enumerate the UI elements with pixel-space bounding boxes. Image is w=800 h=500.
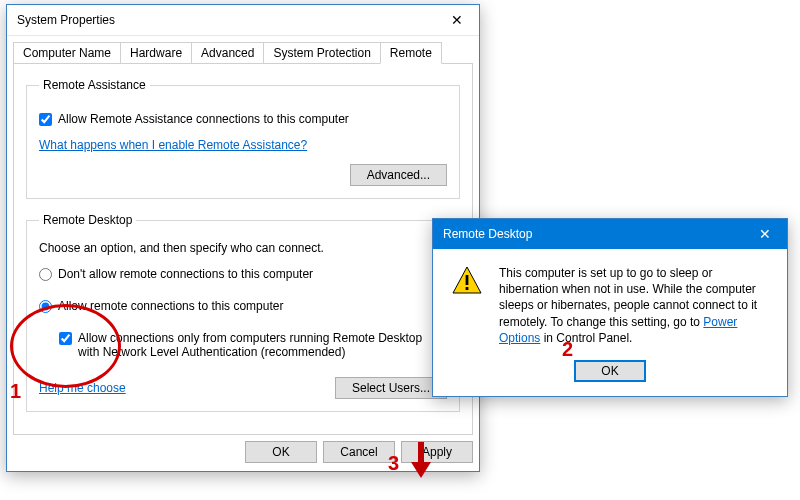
msgbox-title: Remote Desktop [433, 227, 742, 241]
tab-computer-name[interactable]: Computer Name [13, 42, 121, 63]
ra-help-link[interactable]: What happens when I enable Remote Assist… [39, 138, 307, 152]
tab-advanced[interactable]: Advanced [191, 42, 264, 63]
nla-label: Allow connections only from computers ru… [78, 331, 439, 359]
allow-remote-assistance-checkbox[interactable]: Allow Remote Assistance connections to t… [39, 112, 447, 126]
remote-desktop-msgbox: Remote Desktop ✕ This computer is set up… [432, 218, 788, 397]
msgbox-body: This computer is set up to go to sleep o… [433, 249, 787, 356]
rd-deny-input[interactable] [39, 268, 52, 281]
rd-allow-label: Allow remote connections to this compute… [58, 299, 283, 313]
ok-button[interactable]: OK [245, 441, 317, 463]
svg-rect-1 [466, 275, 469, 285]
remote-assistance-legend: Remote Assistance [39, 78, 150, 92]
cancel-button[interactable]: Cancel [323, 441, 395, 463]
allow-remote-assistance-input[interactable] [39, 113, 52, 126]
rd-deny-radio[interactable]: Don't allow remote connections to this c… [39, 267, 447, 281]
titlebar: Remote Desktop ✕ [433, 219, 787, 249]
close-icon[interactable]: ✕ [742, 219, 787, 249]
remote-desktop-group: Remote Desktop Choose an option, and the… [26, 213, 460, 412]
tab-panel-remote: Remote Assistance Allow Remote Assistanc… [13, 63, 473, 435]
system-properties-window: System Properties ✕ Computer Name Hardwa… [6, 4, 480, 472]
rd-allow-input[interactable] [39, 300, 52, 313]
dialog-button-row: OK Cancel Apply [7, 441, 479, 471]
allow-remote-assistance-label: Allow Remote Assistance connections to t… [58, 112, 349, 126]
window-title: System Properties [7, 13, 434, 27]
rd-allow-radio[interactable]: Allow remote connections to this compute… [39, 299, 447, 313]
nla-input[interactable] [59, 332, 72, 345]
msgbox-button-row: OK [433, 356, 787, 396]
nla-checkbox[interactable]: Allow connections only from computers ru… [59, 331, 439, 359]
tab-strip: Computer Name Hardware Advanced System P… [7, 36, 479, 63]
apply-button[interactable]: Apply [401, 441, 473, 463]
remote-assistance-group: Remote Assistance Allow Remote Assistanc… [26, 78, 460, 199]
msgbox-ok-button[interactable]: OK [574, 360, 646, 382]
close-icon[interactable]: ✕ [434, 5, 479, 35]
rd-intro: Choose an option, and then specify who c… [39, 241, 447, 255]
tab-hardware[interactable]: Hardware [120, 42, 192, 63]
warning-icon [451, 265, 483, 297]
advanced-button[interactable]: Advanced... [350, 164, 447, 186]
rd-deny-label: Don't allow remote connections to this c… [58, 267, 313, 281]
msgbox-text: This computer is set up to go to sleep o… [499, 265, 769, 346]
select-users-button[interactable]: Select Users... [335, 377, 447, 399]
remote-desktop-legend: Remote Desktop [39, 213, 136, 227]
tab-system-protection[interactable]: System Protection [263, 42, 380, 63]
help-me-choose-link[interactable]: Help me choose [39, 381, 126, 395]
tab-remote[interactable]: Remote [380, 42, 442, 64]
titlebar: System Properties ✕ [7, 5, 479, 36]
svg-rect-2 [466, 287, 469, 290]
msgbox-text-post: in Control Panel. [540, 331, 632, 345]
